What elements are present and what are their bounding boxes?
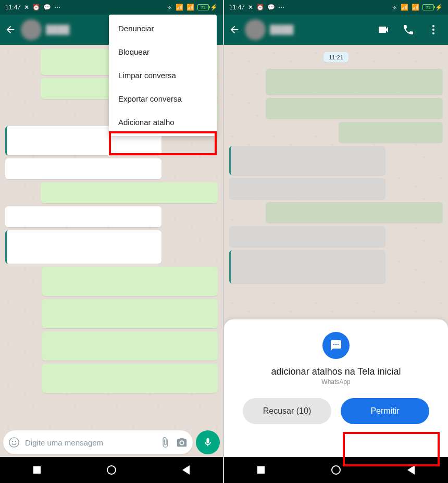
nav-home-icon[interactable] [107,465,116,475]
message-in[interactable] [229,250,385,283]
phone-screenshot-left: 11:47 ✕ ⏰ 💬 ⋯ ⨳ 📶 📶 73⚡ ████ [0,0,224,483]
bluetooth-icon: ⨳ [391,4,397,11]
menu-item-export[interactable]: Exportar conversa [109,87,217,110]
message-out[interactable] [42,364,218,393]
message-out[interactable] [41,182,218,203]
nav-recents-icon[interactable] [33,466,41,474]
message-out[interactable] [266,69,443,95]
battery-icon: 73 [422,4,434,10]
message-input-bar [0,428,223,457]
bluetooth-icon: ⨳ [166,4,172,11]
sheet-subtitle: WhatsApp [321,378,350,386]
signal-icon: 📶 [176,4,183,11]
status-bar: 11:47 ✕ ⏰ 💬 ⋯ ⨳ 📶 📶 73⚡ [0,0,223,15]
android-nav-bar [0,457,223,483]
menu-item-clear[interactable]: Limpar conversa [109,64,217,87]
message-out[interactable] [42,267,218,296]
signal-icon: 📶 [401,4,408,11]
message-in[interactable] [229,178,385,199]
message-out[interactable] [42,331,218,361]
menu-item-block[interactable]: Bloquear [109,40,217,64]
permission-sheet: adicionar atalhos na Tela inicial WhatsA… [224,319,448,457]
message-out[interactable] [339,122,443,143]
message-out[interactable] [42,299,218,328]
voice-call-icon[interactable] [402,23,415,36]
message-in[interactable] [229,226,385,247]
deny-button[interactable]: Recusar (10) [243,398,331,424]
menu-item-report[interactable]: Denunciar [109,17,217,40]
phone-screenshot-right: 11:47 ✕ ⏰ 💬 ⋯ ⨳ 📶 📶 73⚡ ████ 11:21 [224,0,448,483]
svg-point-3 [180,441,183,444]
contact-info[interactable]: ████ [270,25,373,34]
message-out[interactable] [266,202,443,223]
battery-icon: 73 [197,4,209,10]
overflow-menu: Denunciar Bloquear Limpar conversa Expor… [109,15,217,136]
message-input[interactable] [25,438,154,447]
svg-point-1 [12,441,13,442]
message-in[interactable] [229,146,385,175]
status-time: 11:47 [5,4,21,11]
status-time: 11:47 [229,4,245,11]
message-out[interactable] [266,98,443,119]
video-call-icon[interactable] [377,23,390,36]
nav-back-icon[interactable] [407,465,415,475]
attach-icon[interactable] [159,437,171,448]
charging-icon: ⚡ [435,4,443,11]
back-icon[interactable] [4,23,17,36]
wifi-icon: 📶 [412,4,419,11]
allow-button[interactable]: Permitir [341,398,429,424]
alarm-icon: ⏰ [256,4,264,11]
svg-point-4 [432,25,434,27]
menu-item-shortcut[interactable]: Adicionar atalho [109,110,217,134]
svg-point-6 [432,32,434,34]
svg-point-5 [432,29,434,31]
android-nav-bar [224,457,448,483]
charging-icon: ⚡ [210,4,218,11]
more-dots-icon: ⋯ [54,4,60,11]
message-in[interactable] [5,158,161,179]
dnd-icon: ✕ [248,4,253,11]
more-menu-icon[interactable] [427,23,440,36]
mic-button[interactable] [196,430,220,454]
avatar[interactable] [21,19,42,40]
sheet-title: adicionar atalhos na Tela inicial [271,366,401,377]
message-in[interactable] [5,206,161,227]
sheet-app-icon [322,332,350,359]
svg-point-0 [9,438,19,447]
camera-icon[interactable] [176,437,188,448]
notification-icon: 💬 [267,4,275,11]
avatar[interactable] [245,19,266,40]
alarm-icon: ⏰ [32,4,40,11]
nav-back-icon[interactable] [182,465,190,475]
emoji-icon[interactable] [8,437,20,448]
wifi-icon: 📶 [186,4,194,11]
svg-point-2 [15,441,16,442]
status-bar: 11:47 ✕ ⏰ 💬 ⋯ ⨳ 📶 📶 73⚡ [224,0,448,15]
message-input-box[interactable] [3,430,193,454]
nav-recents-icon[interactable] [257,466,265,474]
nav-home-icon[interactable] [331,465,341,475]
message-in[interactable] [5,230,161,264]
notification-icon: 💬 [43,4,51,11]
chat-app-bar: ████ [224,15,448,45]
time-divider: 11:21 [323,52,349,63]
back-icon[interactable] [228,23,241,36]
more-dots-icon: ⋯ [278,4,284,11]
dnd-icon: ✕ [24,4,29,11]
